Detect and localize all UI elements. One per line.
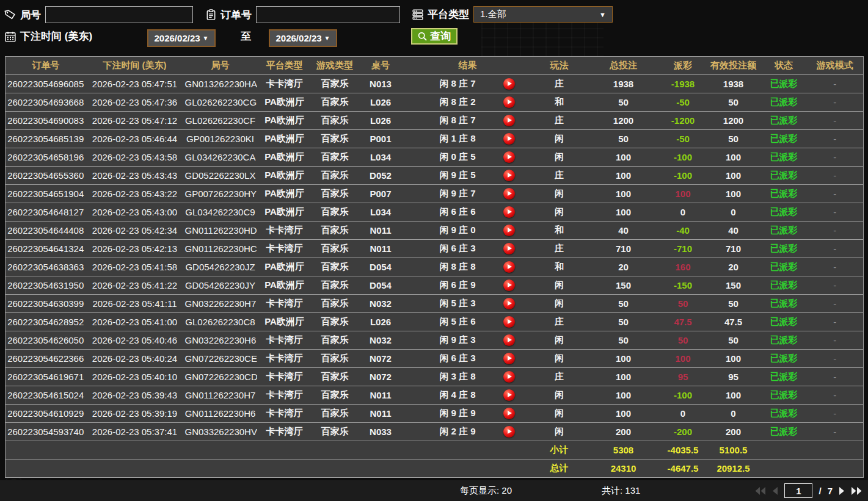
- next-page-button[interactable]: [839, 487, 845, 495]
- cell-valid-bet: 20: [706, 258, 761, 276]
- prev-page-button[interactable]: [772, 487, 778, 495]
- cell-payout: -200: [660, 423, 706, 441]
- cell-table-no: N032: [358, 295, 404, 313]
- total-row-valid-bet: 20912.5: [706, 460, 761, 478]
- cell-total-bet: 100: [587, 368, 660, 386]
- cell-order-no: 260223054655360: [5, 167, 86, 185]
- cell-game-type: 百家乐: [312, 350, 358, 368]
- platform-type-select[interactable]: 1.全部 ▼: [473, 6, 613, 23]
- play-icon[interactable]: [503, 389, 515, 401]
- cell-valid-bet: 150: [706, 276, 761, 295]
- play-icon[interactable]: [503, 353, 515, 364]
- date-to-value: 2026/02/23: [276, 33, 322, 43]
- cell-game-type: 百家乐: [312, 295, 358, 313]
- cell-order-no: 260223054626050: [5, 331, 86, 350]
- blank-cell: [5, 460, 532, 478]
- date-from-select[interactable]: 2026/02/23 ▼: [147, 29, 216, 47]
- result-text: 闲 2 庄 9: [405, 426, 503, 438]
- result-text: 闲 6 庄 6: [405, 206, 503, 218]
- cell-total-bet: 1200: [587, 112, 660, 130]
- play-icon[interactable]: [503, 188, 515, 200]
- play-icon[interactable]: [503, 151, 515, 163]
- cell-bet-time: 2026-02-23 05:43:58: [86, 148, 184, 167]
- round-number-input[interactable]: [45, 6, 193, 23]
- column-header-3: 平台类型: [257, 57, 312, 75]
- play-icon[interactable]: [503, 243, 515, 254]
- last-page-button[interactable]: [851, 487, 862, 495]
- play-icon[interactable]: [503, 298, 515, 309]
- date-to-select[interactable]: 2026/02/23 ▼: [269, 29, 337, 47]
- result-cell: 闲 8 庄 8: [405, 258, 531, 276]
- play-icon[interactable]: [503, 426, 515, 438]
- status-badge: 已派彩: [761, 185, 807, 203]
- cell-total-bet: 50: [587, 295, 660, 313]
- column-header-12: 游戏模式: [807, 57, 864, 75]
- first-page-button[interactable]: [755, 487, 766, 495]
- cell-round-no: GN011262230HC: [184, 240, 257, 258]
- table-row: 2602230546319502026-02-23 05:41:22GD0542…: [5, 276, 864, 295]
- search-button[interactable]: 查询: [411, 28, 458, 45]
- column-header-6: 结果: [404, 57, 532, 75]
- play-icon[interactable]: [503, 133, 515, 145]
- table-row: 2602230546553602026-02-23 05:43:43GD0522…: [5, 167, 864, 185]
- result-text: 闲 8 庄 7: [405, 78, 503, 90]
- play-icon[interactable]: [503, 334, 515, 346]
- table-row: 2602230546936682026-02-23 05:47:36GL0262…: [5, 93, 864, 112]
- play-icon[interactable]: [503, 96, 515, 108]
- pagination-bar: 每页显示: 20 共计: 131 / 7: [0, 480, 868, 501]
- play-icon[interactable]: [503, 279, 515, 291]
- play-icon[interactable]: [503, 115, 515, 126]
- cell-game-type: 百家乐: [312, 112, 358, 130]
- cell-platform: 卡卡湾厅: [257, 368, 312, 386]
- play-icon[interactable]: [503, 371, 515, 383]
- play-icon[interactable]: [503, 170, 515, 181]
- cell-round-no: GN072262230CE: [184, 350, 257, 368]
- result-text: 闲 1 庄 8: [405, 133, 503, 145]
- play-icon[interactable]: [503, 206, 515, 218]
- column-header-9: 派彩: [660, 57, 706, 75]
- cell-bet-time: 2026-02-23 05:43:22: [86, 185, 184, 203]
- cell-platform: PA欧洲厅: [257, 130, 312, 148]
- result-text: 闲 8 庄 8: [405, 261, 503, 273]
- cell-payout: -150: [660, 276, 706, 295]
- play-icon[interactable]: [503, 316, 515, 328]
- cell-table-no: P001: [358, 130, 404, 148]
- play-icon[interactable]: [503, 225, 515, 236]
- cell-table-no: L026: [358, 313, 404, 331]
- total-row: 总计24310-4647.520912.5: [5, 460, 864, 478]
- blank-cell: [761, 441, 864, 460]
- order-number-label: 订单号: [221, 8, 252, 22]
- platform-type-selected-value: 1.全部: [480, 9, 506, 20]
- tag-icon: [5, 9, 16, 20]
- cell-table-no: N072: [358, 350, 404, 368]
- cell-play-type: 庄: [532, 75, 587, 93]
- cell-table-no: P007: [358, 185, 404, 203]
- cell-valid-bet: 1200: [706, 112, 761, 130]
- order-number-input[interactable]: [256, 6, 400, 23]
- cell-bet-time: 2026-02-23 05:41:22: [86, 276, 184, 295]
- cell-result: 闲 9 庄 7: [404, 185, 532, 203]
- result-text: 闲 5 庄 6: [405, 316, 503, 328]
- table-header-row: 订单号下注时间 (美东)局号平台类型游戏类型桌号结果玩法总投注派彩有效投注额状态…: [5, 57, 864, 75]
- table-row: 2602230546383632026-02-23 05:41:58GD0542…: [5, 258, 864, 276]
- cell-table-no: N013: [358, 75, 404, 93]
- play-icon[interactable]: [503, 261, 515, 273]
- page-number-input[interactable]: [784, 483, 812, 498]
- cell-valid-bet: 50: [706, 331, 761, 350]
- cell-valid-bet: 710: [706, 240, 761, 258]
- play-icon[interactable]: [503, 408, 515, 419]
- column-header-4: 游戏类型: [312, 57, 358, 75]
- cell-platform: 卡卡湾厅: [257, 405, 312, 423]
- cell-play-type: 闲: [532, 386, 587, 405]
- result-text: 闲 3 庄 8: [405, 371, 503, 383]
- cell-table-no: D054: [358, 258, 404, 276]
- status-badge: 已派彩: [761, 276, 807, 295]
- cell-result: 闲 0 庄 5: [404, 148, 532, 167]
- bets-table: 订单号下注时间 (美东)局号平台类型游戏类型桌号结果玩法总投注派彩有效投注额状态…: [5, 56, 864, 478]
- cell-order-no: 260223054685139: [5, 130, 86, 148]
- cell-result: 闲 9 庄 5: [404, 167, 532, 185]
- play-icon[interactable]: [503, 78, 515, 90]
- cell-bet-time: 2026-02-23 05:43:43: [86, 167, 184, 185]
- cell-game-type: 百家乐: [312, 258, 358, 276]
- cell-result: 闲 8 庄 7: [404, 112, 532, 130]
